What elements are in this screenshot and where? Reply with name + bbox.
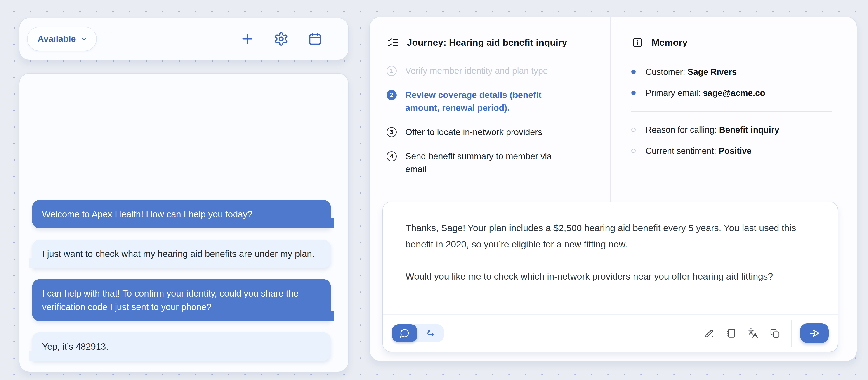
calendar-icon xyxy=(308,31,322,47)
agent-message: I can help with that! To confirm your id… xyxy=(32,279,331,321)
notebook-button[interactable] xyxy=(725,328,737,339)
fact-value: sage@acme.co xyxy=(703,88,765,98)
journey-step-2: 2 Review coverage details (benefit amoun… xyxy=(386,89,596,114)
memory-info-icon xyxy=(631,36,644,49)
new-conversation-button[interactable] xyxy=(240,31,255,47)
observation-label: Current sentiment: xyxy=(646,146,716,156)
bullet-dot-icon xyxy=(631,91,636,95)
chat-mode-button[interactable] xyxy=(392,324,417,342)
conversation-toolbar: Available xyxy=(19,18,348,60)
gear-icon xyxy=(274,31,289,47)
reply-composer: Thanks, Sage! Your plan includes a $2,50… xyxy=(382,202,838,352)
journey-step-3: 3 Offer to locate in-network providers xyxy=(386,126,596,139)
availability-dropdown[interactable]: Available xyxy=(27,27,97,51)
copy-button[interactable] xyxy=(770,328,780,339)
checklist-icon xyxy=(386,36,399,49)
agent-message: Welcome to Apex Health! How can I help y… xyxy=(32,200,331,229)
step-number-badge: 4 xyxy=(386,151,397,162)
translate-button[interactable] xyxy=(747,328,758,339)
step-number-badge: 3 xyxy=(386,127,397,137)
bullet-dot-icon xyxy=(631,70,636,74)
memory-fact: Primary email: sage@acme.co xyxy=(631,87,832,99)
message-list: Welcome to Apex Health! How can I help y… xyxy=(32,200,331,361)
composer-mode-switch xyxy=(392,324,444,342)
journey-step-1: 1 Verify member identity and plan type xyxy=(386,64,596,77)
memory-observations: Reason for calling: Benefit inquiry Curr… xyxy=(631,124,832,157)
composer-toolbar xyxy=(383,314,838,352)
settings-button[interactable] xyxy=(274,31,289,47)
plus-icon xyxy=(240,31,255,47)
fact-label: Primary email: xyxy=(646,88,701,98)
chat-transcript-panel: Welcome to Apex Health! How can I help y… xyxy=(19,73,348,372)
step-number-badge: 1 xyxy=(386,66,397,76)
chevron-down-icon xyxy=(80,35,88,43)
draft-paragraph: Would you like me to check which in-netw… xyxy=(405,268,806,285)
observation-value: Benefit inquiry xyxy=(719,125,779,135)
calendar-button[interactable] xyxy=(307,31,323,47)
step-label: Review coverage details (benefit amount,… xyxy=(405,89,574,114)
observation-value: Positive xyxy=(719,146,752,156)
step-number-badge: 2 xyxy=(386,90,397,100)
customer-message: I just want to check what my hearing aid… xyxy=(32,239,331,268)
message-text: I can help with that! To confirm your id… xyxy=(42,288,299,312)
route-squiggle-icon xyxy=(426,328,436,338)
memory-divider xyxy=(631,111,832,112)
journey-title: Journey: Hearing aid benefit inquiry xyxy=(407,37,567,48)
rewrite-button[interactable] xyxy=(704,328,715,339)
step-label: Offer to locate in-network providers xyxy=(405,126,542,139)
journey-steps: 1 Verify member identity and plan type 2… xyxy=(386,64,596,176)
toolbar-divider xyxy=(791,320,792,347)
journey-step-4: 4 Send benefit summary to member via ema… xyxy=(386,150,596,176)
journey-mode-button[interactable] xyxy=(417,324,444,342)
composer-input[interactable]: Thanks, Sage! Your plan includes a $2,50… xyxy=(383,202,838,314)
fact-value: Sage Rivers xyxy=(688,67,737,77)
memory-title: Memory xyxy=(652,37,687,48)
agent-assist-panel: Journey: Hearing aid benefit inquiry 1 V… xyxy=(369,17,857,361)
memory-facts: Customer: Sage Rivers Primary email: sag… xyxy=(631,66,832,99)
observation-label: Reason for calling: xyxy=(646,125,717,135)
memory-observation: Reason for calling: Benefit inquiry xyxy=(631,124,832,136)
composer-actions xyxy=(704,320,829,347)
memory-observation: Current sentiment: Positive xyxy=(631,145,832,157)
send-button[interactable] xyxy=(800,323,829,343)
customer-message: Yep, it’s 482913. xyxy=(32,332,331,361)
bullet-circle-icon xyxy=(631,127,636,132)
draft-paragraph: Thanks, Sage! Your plan includes a $2,50… xyxy=(405,220,806,253)
message-text: I just want to check what my hearing aid… xyxy=(42,249,314,259)
send-icon xyxy=(809,327,820,339)
step-label: Verify member identity and plan type xyxy=(405,64,548,77)
memory-section: Memory Customer: Sage Rivers Primary ema… xyxy=(610,17,857,202)
availability-label: Available xyxy=(37,34,76,44)
translate-icon xyxy=(748,328,758,339)
notebook-icon xyxy=(726,328,736,339)
fact-label: Customer: xyxy=(646,67,685,77)
memory-fact: Customer: Sage Rivers xyxy=(631,66,832,78)
bullet-circle-icon xyxy=(631,149,636,153)
pencil-sparkle-icon xyxy=(704,328,714,339)
copy-icon xyxy=(770,328,780,339)
journey-section: Journey: Hearing aid benefit inquiry 1 V… xyxy=(370,17,610,202)
message-text: Welcome to Apex Health! How can I help y… xyxy=(42,209,252,219)
chat-bubble-icon xyxy=(400,328,410,338)
message-text: Yep, it’s 482913. xyxy=(42,342,108,351)
step-label: Send benefit summary to member via email xyxy=(405,150,574,176)
